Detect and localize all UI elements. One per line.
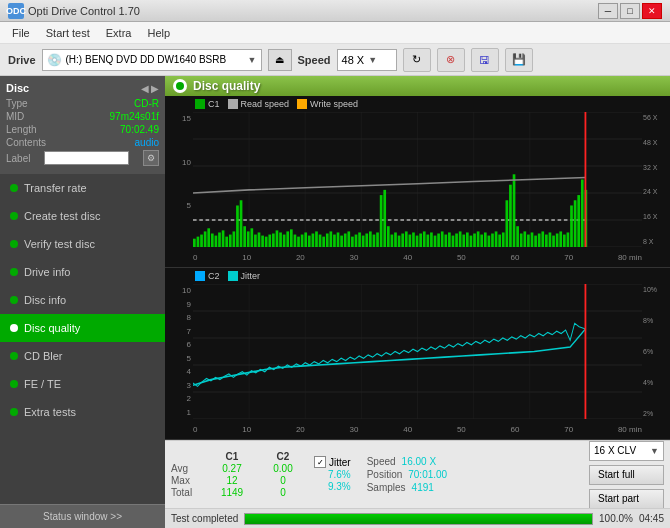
quality-icon-inner: [176, 82, 184, 90]
svg-rect-42: [290, 229, 293, 247]
elapsed-time: 04:45: [639, 513, 664, 524]
sidebar-item-transfer-rate[interactable]: Transfer rate: [0, 174, 165, 202]
chart2-x-labels: 0 10 20 30 40 50 60 70 80 min: [193, 419, 642, 439]
sidebar-dot: [10, 212, 18, 220]
speed-value: 48 X: [342, 54, 365, 66]
label-settings-button[interactable]: ⚙: [143, 150, 159, 166]
svg-rect-37: [272, 234, 275, 248]
svg-rect-121: [574, 200, 577, 247]
sidebar-item-disc-quality[interactable]: Disc quality: [0, 314, 165, 342]
svg-rect-61: [358, 232, 361, 247]
maximize-button[interactable]: □: [620, 3, 640, 19]
sidebar-item-create-test-disc[interactable]: Create test disc: [0, 202, 165, 230]
svg-rect-32: [254, 235, 257, 247]
minimize-button[interactable]: ─: [598, 3, 618, 19]
svg-rect-31: [250, 228, 253, 247]
chart1-y-labels-right: 56 X 48 X 32 X 24 X 16 X 8 X: [642, 112, 670, 247]
close-button[interactable]: ✕: [642, 3, 662, 19]
y1-label-15: 15: [165, 114, 193, 123]
disc-type-value: CD-R: [134, 98, 159, 109]
burn-button[interactable]: 🖫: [471, 48, 499, 72]
stats-total-c2: 0: [258, 487, 308, 498]
position-row: Position 70:01.00: [367, 469, 448, 480]
sidebar-dot: [10, 324, 18, 332]
svg-rect-70: [391, 235, 394, 247]
menu-help[interactable]: Help: [139, 25, 178, 41]
disc-prev-arrow[interactable]: ◀: [141, 83, 149, 94]
drive-dropdown-arrow: ▼: [248, 55, 257, 65]
menu-file[interactable]: File: [4, 25, 38, 41]
stats-max-jitter: 9.3%: [314, 481, 351, 492]
disc-panel-title: Disc: [6, 82, 29, 94]
sidebar-label-disc-info: Disc info: [24, 294, 66, 306]
svg-rect-105: [516, 226, 519, 247]
svg-rect-68: [383, 190, 386, 247]
menu-start-test[interactable]: Start test: [38, 25, 98, 41]
speed-arrow: ▼: [368, 55, 377, 65]
sidebar-item-cd-bler[interactable]: CD Bler: [0, 342, 165, 370]
chart2-y-labels-left: 10 9 8 7 6 5 4 3 2 1: [165, 284, 193, 419]
disc-label-label: Label: [6, 153, 30, 164]
sidebar-dot: [10, 380, 18, 388]
svg-rect-104: [513, 174, 516, 247]
stats-max-label: Max: [171, 475, 206, 486]
samples-stat-label: Samples: [367, 482, 406, 493]
sidebar-item-fe-te[interactable]: FE / TE: [0, 370, 165, 398]
disc-header: Disc ◀ ▶: [6, 82, 159, 94]
position-stat-value: 70:01.00: [408, 469, 447, 480]
svg-rect-74: [405, 231, 408, 247]
measurement-stats: Speed 16.00 X Position 70:01.00 Samples …: [367, 456, 448, 493]
disc-next-arrow[interactable]: ▶: [151, 83, 159, 94]
start-part-button[interactable]: Start part: [589, 489, 664, 509]
erase-button[interactable]: ⊗: [437, 48, 465, 72]
svg-rect-34: [261, 236, 264, 247]
stats-bar: C1 C2 Avg 0.27 0.00 Max 12 0 Total 1149 …: [165, 440, 670, 508]
sidebar-dot: [10, 268, 18, 276]
svg-rect-88: [455, 234, 458, 248]
speed-selector[interactable]: 48 X ▼: [337, 49, 397, 71]
speed-mode-selector[interactable]: 16 X CLV ▼: [589, 441, 664, 461]
svg-rect-89: [459, 231, 462, 247]
main-content: Disc quality C1 Read speed: [165, 76, 670, 528]
svg-rect-18: [204, 231, 207, 247]
sidebar-label-transfer-rate: Transfer rate: [24, 182, 87, 194]
legend-jitter-label: Jitter: [241, 271, 261, 281]
svg-rect-77: [416, 236, 419, 247]
svg-rect-96: [484, 232, 487, 247]
sidebar-dot: [10, 408, 18, 416]
svg-rect-83: [437, 234, 440, 248]
jitter-checkbox[interactable]: ✓: [314, 456, 326, 468]
svg-rect-92: [470, 236, 473, 247]
menu-extra[interactable]: Extra: [98, 25, 140, 41]
svg-rect-25: [229, 235, 232, 247]
speed-stat-label: Speed: [367, 456, 396, 467]
svg-rect-115: [552, 236, 555, 247]
svg-rect-80: [426, 235, 429, 247]
svg-rect-63: [365, 234, 368, 248]
svg-rect-79: [423, 231, 426, 247]
save-button[interactable]: 💾: [505, 48, 533, 72]
chart1-legend: C1 Read speed Write speed: [165, 96, 670, 112]
svg-rect-113: [545, 235, 548, 247]
disc-label-input[interactable]: [44, 151, 129, 165]
legend-write-box: [297, 99, 307, 109]
stats-avg-label: Avg: [171, 463, 206, 474]
stats-max-c2: 0: [258, 475, 308, 486]
sidebar-label-disc-quality: Disc quality: [24, 322, 80, 334]
refresh-button[interactable]: ↻: [403, 48, 431, 72]
eject-button[interactable]: ⏏: [268, 49, 292, 71]
drive-name-text: (H:) BENQ DVD DD DW1640 BSRB: [66, 54, 248, 65]
drive-disk-icon: 💿: [47, 53, 62, 67]
status-window-button[interactable]: Status window >>: [0, 504, 165, 528]
sidebar-item-drive-info[interactable]: Drive info: [0, 258, 165, 286]
drive-selector[interactable]: 💿 (H:) BENQ DVD DD DW1640 BSRB ▼: [42, 49, 262, 71]
start-full-button[interactable]: Start full: [589, 465, 664, 485]
sidebar-item-disc-info[interactable]: Disc info: [0, 286, 165, 314]
sidebar-item-extra-tests[interactable]: Extra tests: [0, 398, 165, 426]
chart1-container: C1 Read speed Write speed: [165, 96, 670, 268]
legend-c2-label: C2: [208, 271, 220, 281]
svg-rect-40: [283, 235, 286, 247]
sidebar-item-verify-test-disc[interactable]: Verify test disc: [0, 230, 165, 258]
svg-rect-24: [225, 237, 228, 247]
svg-rect-59: [351, 237, 354, 247]
